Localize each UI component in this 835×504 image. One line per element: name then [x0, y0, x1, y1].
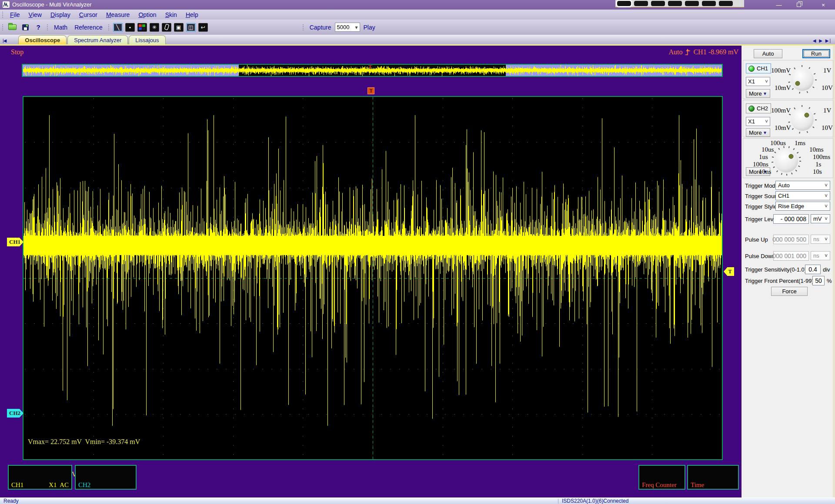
waveform-overview-bar[interactable]: T	[22, 64, 723, 77]
status-bar: Ready ISDS220A(1.0)(6)Connected	[0, 497, 835, 504]
trigger-mode-value: Auto	[778, 182, 790, 189]
trigger-level-unit-select[interactable]: mV˅	[811, 214, 830, 223]
auto-button[interactable]: Auto	[754, 49, 782, 58]
trigger-style-select[interactable]: Rise Edge˅	[775, 202, 830, 211]
menu-measure[interactable]: Measure	[102, 10, 134, 20]
menu-file[interactable]: File	[6, 10, 24, 20]
reference-button[interactable]: Reference	[71, 24, 106, 31]
force-button[interactable]: Force	[771, 287, 808, 296]
ch2-position-tag[interactable]: CH2	[7, 409, 23, 418]
menu-cursor[interactable]: Cursor	[75, 10, 102, 20]
trigger-mode-label: Trigger Mode	[745, 182, 778, 189]
status-device: ISDS220A(1.0)(6)Connected	[562, 498, 628, 504]
tab-scroll-first-icon[interactable]: |◀	[0, 38, 8, 44]
overlay-button[interactable]	[617, 1, 631, 6]
overlay-button[interactable]	[634, 1, 648, 6]
chevron-down-icon: ˅	[825, 203, 828, 209]
app-icon	[3, 1, 10, 8]
tab-spectrum-analyzer[interactable]: Spectrum Analyzer	[67, 35, 128, 44]
trigger-level-marker[interactable]: T	[724, 267, 734, 276]
undo-button[interactable]: ↩	[198, 23, 208, 32]
chevron-down-icon: ▼	[763, 130, 767, 135]
ch1-info-box[interactable]: CH1X1 AC 10 mV/div 10.12 mV	[8, 465, 72, 490]
ch2-led-icon	[748, 106, 755, 112]
trigger-mode-select[interactable]: Auto˅	[775, 181, 830, 190]
save-button[interactable]	[20, 22, 31, 33]
chevron-down-icon: ˅	[825, 193, 828, 199]
minimize-button[interactable]: —	[769, 0, 789, 10]
folder-icon	[8, 24, 17, 30]
open-file-button[interactable]	[7, 22, 18, 33]
play-button[interactable]: Play	[360, 24, 379, 31]
burst-button[interactable]: ✳	[150, 23, 159, 32]
rise-edge-icon	[685, 49, 691, 56]
tab-lissajous[interactable]: Lissajous	[129, 35, 165, 44]
chevron-down-icon: ˅	[765, 79, 768, 85]
pulse-down-unit: ns	[813, 252, 819, 259]
menu-skin[interactable]: Skin	[161, 10, 181, 20]
menu-help[interactable]: Help	[181, 10, 203, 20]
color-settings-button[interactable]	[137, 23, 147, 32]
trigger-time-marker[interactable]: T	[367, 87, 374, 94]
toolbar: ? Math Reference ╲ ▪ ✳ ▣ ◫ ↩ Capture 500…	[0, 20, 835, 35]
help-button[interactable]: ?	[33, 22, 44, 33]
menu-option[interactable]: Option	[134, 10, 160, 20]
ch2-enable-button[interactable]: CH2	[746, 103, 771, 113]
overlay-button[interactable]	[702, 1, 716, 6]
ch2-probe-select[interactable]: X1 ˅	[746, 117, 770, 126]
ch1-enable-button[interactable]: CH1	[746, 63, 771, 73]
tab-scroll-icons[interactable]: ◀ ▶ ▶|	[813, 38, 832, 44]
maximize-button[interactable]	[789, 0, 809, 10]
trigger-level-input[interactable]: - 000 008	[773, 214, 809, 224]
window-view-button[interactable]: ▣	[174, 23, 184, 32]
knob-label: 1V	[823, 67, 831, 74]
ch1-more-button[interactable]: More▼	[746, 89, 770, 98]
ch2-volts-knob[interactable]: 100mV 1V 10mV 10V	[771, 101, 833, 138]
knob-label: 1V	[823, 107, 831, 114]
probe-calibration-button[interactable]	[162, 23, 171, 32]
overlay-button[interactable]	[685, 1, 699, 6]
ch1-probe-select[interactable]: X1 ˅	[746, 77, 770, 86]
overlay-button[interactable]	[668, 1, 682, 6]
overlay-button[interactable]	[651, 1, 665, 6]
screen-overlay-toolbar	[615, 0, 744, 7]
capture-count-select[interactable]: 5000 ▾	[335, 23, 360, 32]
ch1-led-icon	[748, 66, 755, 72]
knob-label: 100ns	[753, 161, 768, 168]
math-button[interactable]: Math	[50, 24, 71, 31]
timebase-knob[interactable]: 100us 1ms 10us 10ms 1us 100ms 100ns 1s 1…	[743, 139, 834, 178]
pulse-up-unit: ns	[813, 236, 819, 242]
trigger-style-label: Trigger Style	[745, 203, 777, 210]
dot-draw-button[interactable]: ▪	[125, 23, 135, 32]
run-button[interactable]: Run	[802, 49, 830, 58]
trigger-source-select[interactable]: CH1˅	[775, 191, 830, 200]
split-window-button[interactable]: ◫	[186, 23, 196, 32]
tab-oscilloscope[interactable]: Oscilloscope	[18, 35, 67, 44]
overlay-button[interactable]	[719, 1, 733, 6]
chevron-down-icon: ˅	[765, 119, 768, 125]
chevron-down-icon: ˅	[825, 182, 828, 189]
ch1-position-tag[interactable]: CH1	[7, 238, 23, 246]
graticule[interactable]	[23, 96, 723, 460]
chevron-down-icon: ▼	[763, 91, 767, 96]
menu-display[interactable]: Display	[46, 10, 75, 20]
ch2-more-button[interactable]: More▼	[746, 128, 770, 137]
close-button[interactable]: ×	[812, 0, 835, 10]
pulse-up-unit-select[interactable]: ns˅	[811, 235, 830, 244]
ch1-label: CH1	[757, 65, 768, 72]
trigger-front-input[interactable]: 50	[812, 276, 825, 285]
ch1-volts-knob[interactable]: 100mV 1V 10mV 10V	[771, 61, 833, 98]
capture-count-value: 5000	[337, 24, 350, 30]
pulse-up-input[interactable]: 000 000 500	[773, 235, 809, 244]
menu-view[interactable]: View	[24, 10, 46, 20]
pulse-down-unit-select[interactable]: ns˅	[811, 251, 830, 260]
trigger-sensitivity-input[interactable]: 0.4	[805, 265, 821, 274]
title-bar: Oscilloscope - Multi VirAnalyzer — ×	[0, 0, 835, 10]
pulse-down-input[interactable]: 000 001 000	[773, 251, 809, 261]
ch2-info-box[interactable]: CH2 1 V/div -3.64 V	[75, 465, 137, 490]
toolbar-separator	[108, 24, 110, 30]
timebase-group: More▼ 100us 1ms 10us 10ms 1us 100ms 100n…	[743, 138, 833, 178]
ch2-group: CH2 X1 ˅ More▼ 100mV 1V 10mV 10V	[743, 100, 833, 137]
line-draw-button[interactable]: ╲	[113, 23, 123, 32]
knob-label: 1us	[759, 153, 768, 161]
